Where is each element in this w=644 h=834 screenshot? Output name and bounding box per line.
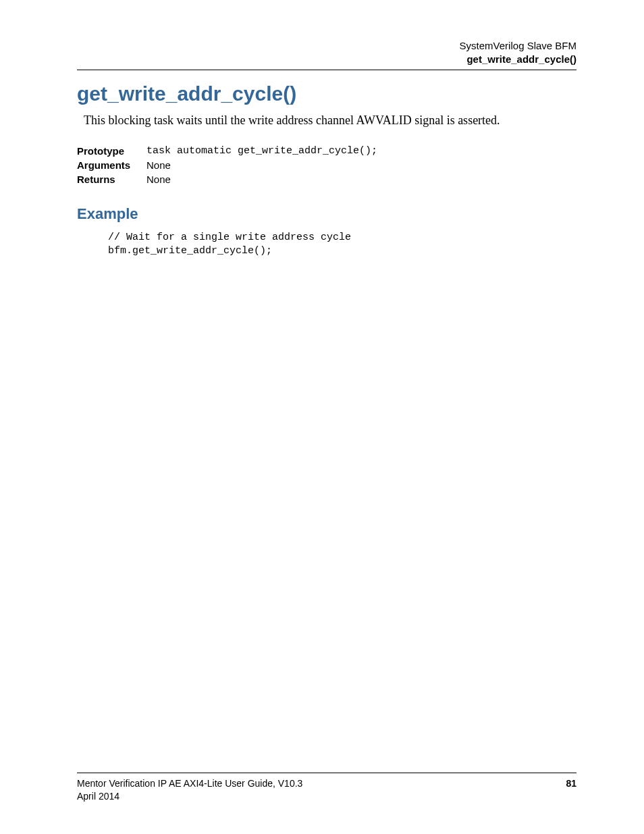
page-footer: Mentor Verification IP AE AXI4-Lite User… — [77, 773, 576, 803]
footer-guide-title: Mentor Verification IP AE AXI4-Lite User… — [77, 777, 302, 790]
header-rule — [77, 70, 576, 70]
prototype-value: task automatic get_write_addr_cycle(); — [146, 144, 383, 158]
header-topic: get_write_addr_cycle() — [77, 53, 576, 66]
arguments-label: Arguments — [77, 158, 146, 172]
header-chapter: SystemVerilog Slave BFM — [77, 39, 576, 53]
arguments-row: Arguments None — [77, 158, 383, 172]
example-code-block: // Wait for a single write address cycle… — [108, 231, 576, 259]
prototype-label: Prototype — [77, 144, 146, 158]
page-container: SystemVerilog Slave BFM get_write_addr_c… — [0, 0, 644, 834]
footer-page-number: 81 — [566, 777, 576, 803]
returns-value: None — [146, 172, 383, 186]
running-header: SystemVerilog Slave BFM get_write_addr_c… — [77, 39, 576, 66]
footer-rule — [77, 773, 576, 773]
page-title: get_write_addr_cycle() — [77, 82, 576, 105]
footer-left: Mentor Verification IP AE AXI4-Lite User… — [77, 777, 302, 803]
prototype-row: Prototype task automatic get_write_addr_… — [77, 144, 383, 158]
footer-date: April 2014 — [77, 790, 302, 803]
footer-row: Mentor Verification IP AE AXI4-Lite User… — [77, 777, 576, 803]
returns-label: Returns — [77, 172, 146, 186]
signature-table: Prototype task automatic get_write_addr_… — [77, 144, 383, 186]
arguments-value: None — [146, 158, 383, 172]
example-heading: Example — [77, 205, 576, 223]
description-paragraph: This blocking task waits until the write… — [84, 112, 576, 129]
returns-row: Returns None — [77, 172, 383, 186]
